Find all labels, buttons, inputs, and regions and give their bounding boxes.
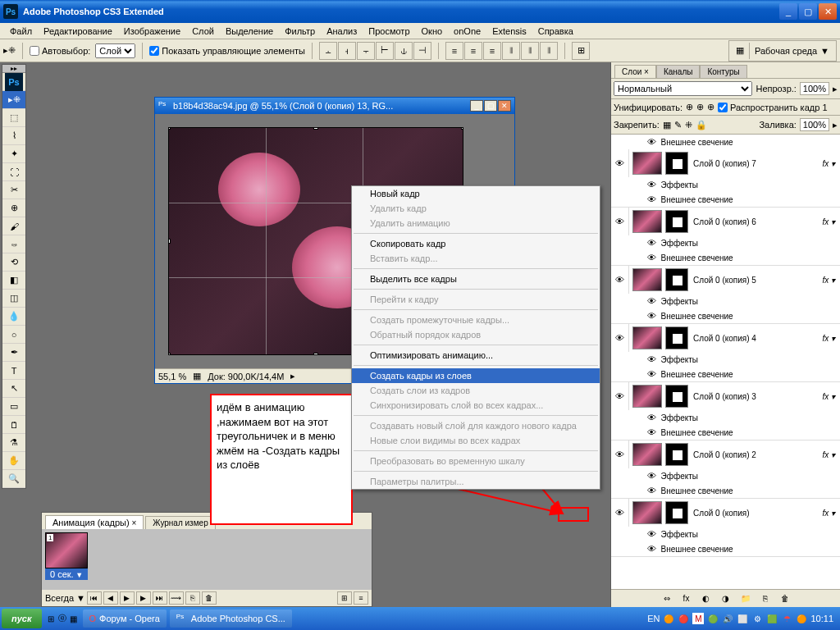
minimize-button[interactable]: _ (779, 3, 797, 20)
slice-tool[interactable]: ✂ (2, 181, 25, 199)
layer-fx-indicator[interactable]: fx ▾ (817, 450, 840, 459)
zoom-level[interactable]: 55,1 % (158, 372, 186, 381)
lock-btn[interactable]: ▦ (663, 120, 671, 130)
layer-name[interactable]: Слой 0 (копия) 7 (688, 159, 817, 168)
visibility-icon[interactable]: 👁 (615, 508, 624, 518)
quick-launch-icon[interactable]: ⓔ (57, 613, 68, 624)
tray-icon[interactable]: 🟠 (796, 613, 807, 624)
taskbar-item-photoshop[interactable]: PsAdobe Photoshop CS... (170, 609, 292, 628)
menu-просмотр[interactable]: Просмотр (363, 25, 414, 38)
autoselect-select[interactable]: Слой (95, 43, 135, 58)
align-btn[interactable]: ⊣ (413, 42, 431, 60)
tween-btn[interactable]: ⟿ (169, 591, 184, 605)
heal-tool[interactable]: ⊕ (2, 199, 25, 217)
align-btn[interactable]: ⫠ (319, 42, 337, 60)
document-titlebar[interactable]: Ps b18b4d38ac94.jpg @ 55,1% (Слой 0 (коп… (155, 98, 514, 114)
layer-fx-btn[interactable]: fx (679, 592, 694, 605)
doc-close[interactable]: ✕ (498, 100, 511, 112)
zoom-tool[interactable]: 🔍 (2, 470, 25, 488)
marquee-tool[interactable]: ⬚ (2, 109, 25, 127)
layer-thumbnail[interactable] (632, 385, 662, 408)
link-layers-btn[interactable]: ⇔ (660, 592, 674, 605)
layer-thumbnail[interactable] (632, 326, 662, 349)
tray-icon[interactable]: 🔴 (678, 613, 689, 624)
layer-mask[interactable] (665, 501, 688, 524)
menu-item[interactable]: Новый кадр (352, 186, 600, 201)
quick-launch-icon[interactable]: ⊞ (45, 613, 57, 624)
menu-слой[interactable]: Слой (187, 25, 219, 38)
lasso-tool[interactable]: ⌇ (2, 127, 25, 145)
timeline-mode-btn[interactable]: ⊞ (337, 591, 352, 605)
shape-tool[interactable]: ▭ (2, 398, 25, 416)
layer-thumbnail[interactable] (632, 443, 662, 466)
menu-extensis[interactable]: Extensis (487, 25, 532, 38)
layer-row[interactable]: 👁Слой 0 (копия) 3fx ▾👁 Эффекты👁 Внешнее … (611, 382, 840, 441)
animation-frame[interactable]: 1 0 сек. ▼ (45, 532, 88, 580)
dist-btn[interactable]: ⦀ (540, 42, 558, 60)
layer-mask[interactable] (665, 326, 688, 349)
doc-maximize[interactable]: ▢ (484, 100, 497, 112)
loop-select[interactable]: Всегда ▼ (45, 593, 85, 603)
layer-name[interactable]: Слой 0 (копия) 6 (688, 217, 817, 226)
gradient-tool[interactable]: ◫ (2, 290, 25, 308)
adjustment-layer-btn[interactable]: ◑ (719, 592, 733, 605)
crop-tool[interactable]: ⛶ (2, 163, 25, 181)
panel-tab[interactable]: Каналы (656, 65, 701, 78)
menu-фильтр[interactable]: Фильтр (280, 25, 320, 38)
layer-thumbnail[interactable] (632, 152, 662, 175)
taskbar-item-opera[interactable]: OФорум - Opera (83, 609, 167, 628)
layer-fx-indicator[interactable]: fx ▾ (817, 159, 840, 168)
delete-frame-btn[interactable]: 🗑 (202, 591, 217, 605)
stamp-tool[interactable]: ⎃ (2, 235, 25, 253)
new-layer-btn[interactable]: ⎘ (758, 592, 773, 605)
menu-изображение[interactable]: Изображение (119, 25, 185, 38)
tray-icon[interactable]: 🟢 (707, 613, 719, 624)
delete-layer-btn[interactable]: 🗑 (778, 592, 792, 605)
lock-btn[interactable]: 🔒 (696, 120, 707, 130)
menu-редактирование[interactable]: Редактирование (39, 25, 117, 38)
menu-item[interactable]: Выделить все кадры (352, 272, 600, 286)
menu-item[interactable]: Создать кадры из слоев (352, 368, 600, 383)
layer-fx-indicator[interactable]: fx ▾ (817, 509, 840, 518)
unify-btn[interactable]: ⊕ (707, 102, 714, 112)
dist-btn[interactable]: ≡ (483, 42, 501, 60)
history-tab[interactable]: Журнал измер (145, 516, 215, 529)
menu-анализ[interactable]: Анализ (322, 25, 362, 38)
pen-tool[interactable]: ✒ (2, 344, 25, 362)
start-button[interactable]: пуск (2, 609, 42, 628)
layer-row[interactable]: 👁Слой 0 (копия) 2fx ▾👁 Эффекты👁 Внешнее … (611, 441, 840, 499)
dodge-tool[interactable]: ○ (2, 326, 25, 344)
new-frame-btn[interactable]: ⎘ (185, 591, 200, 605)
last-frame-btn[interactable]: ⏭ (153, 591, 167, 605)
close-button[interactable]: ✕ (819, 3, 837, 20)
menu-item[interactable]: Скопировать кадр (352, 236, 600, 251)
layer-row[interactable]: 👁Слой 0 (копия)fx ▾👁 Эффекты👁 Внешнее св… (611, 499, 840, 557)
lang-indicator[interactable]: EN (647, 614, 660, 623)
layer-row[interactable]: 👁Слой 0 (копия) 7fx ▾👁 Эффекты👁 Внешнее … (611, 149, 840, 208)
tray-clock[interactable]: 10:11 (810, 614, 833, 623)
history-brush-tool[interactable]: ⟲ (2, 253, 25, 272)
menu-item[interactable]: Оптимизировать анимацию... (352, 348, 600, 363)
fill-field[interactable]: 100% (800, 118, 829, 131)
layer-name[interactable]: Слой 0 (копия) 3 (688, 392, 817, 401)
lock-btn[interactable]: ⁜ (685, 120, 692, 130)
menu-onone[interactable]: onOne (449, 25, 486, 38)
prev-frame-btn[interactable]: ◀ (103, 591, 118, 605)
layer-fx-indicator[interactable]: fx ▾ (817, 334, 840, 343)
wand-tool[interactable]: ✦ (2, 145, 25, 163)
autoselect-checkbox[interactable]: Автовыбор: (30, 46, 90, 56)
panel-menu-btn[interactable]: ≡ (354, 591, 368, 605)
notes-tool[interactable]: 🗒 (2, 416, 25, 434)
layer-thumbnail[interactable] (632, 210, 662, 233)
propagate-checkbox[interactable]: Распространить кадр 1 (718, 103, 827, 112)
tray-icon[interactable]: ⚙ (751, 613, 763, 624)
dist-btn[interactable]: ⦀ (521, 42, 539, 60)
visibility-icon[interactable]: 👁 (615, 450, 624, 459)
workspace-dropdown[interactable]: ▦ Рабочая среда▼ (728, 40, 837, 62)
layer-thumbnail[interactable] (632, 501, 662, 524)
lock-btn[interactable]: ✎ (674, 120, 682, 130)
layer-mask[interactable] (665, 385, 688, 408)
blend-mode-select[interactable]: Нормальный (614, 81, 752, 96)
tray-volume-icon[interactable]: 🔊 (722, 613, 733, 624)
show-controls-checkbox[interactable]: Показать управляющие элементы (149, 46, 305, 56)
